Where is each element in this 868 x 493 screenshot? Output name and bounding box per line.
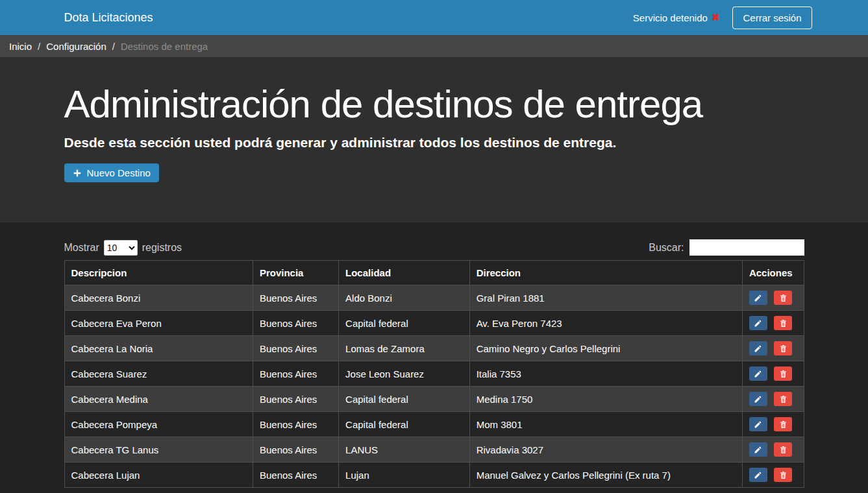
cell-actions xyxy=(742,311,804,336)
new-destination-button-label: Nuevo Destino xyxy=(87,167,151,178)
edit-pencil-icon xyxy=(754,294,762,302)
table-controls: Mostrar 10 registros Buscar: xyxy=(64,239,804,256)
table-body: Cabecera BonziBuenos AiresAldo BonziGral… xyxy=(64,285,804,488)
edit-row-button[interactable] xyxy=(749,442,767,457)
header-descripcion: Descripcion xyxy=(64,261,253,285)
cell-descripcion: Cabecera Bonzi xyxy=(64,285,253,311)
cell-localidad: Lomas de Zamora xyxy=(339,336,470,361)
breadcrumb-separator: / xyxy=(112,41,115,52)
search-input[interactable] xyxy=(689,239,804,256)
edit-pencil-icon xyxy=(754,420,762,429)
page-subtitle: Desde esta sección usted podrá generar y… xyxy=(64,135,804,150)
delete-row-button[interactable] xyxy=(774,442,792,457)
table-row: Cabecera BonziBuenos AiresAldo BonziGral… xyxy=(64,285,804,311)
edit-row-button[interactable] xyxy=(749,341,767,355)
search-label: Buscar: xyxy=(649,242,684,254)
edit-row-button[interactable] xyxy=(749,392,767,406)
edit-pencil-icon xyxy=(754,319,762,328)
table-row: Cabecera LujanBuenos AiresLujanManuel Ga… xyxy=(64,463,804,488)
cell-actions xyxy=(742,336,804,361)
cell-direccion: Av. Eva Peron 7423 xyxy=(469,311,742,336)
edit-row-button[interactable] xyxy=(749,291,767,305)
cell-localidad: Capital federal xyxy=(339,311,470,336)
delete-row-button[interactable] xyxy=(774,341,792,355)
cell-actions xyxy=(742,412,804,437)
edit-row-button[interactable] xyxy=(749,316,767,330)
cell-provincia: Buenos Aires xyxy=(253,311,338,336)
logout-button[interactable]: Cerrar sesión xyxy=(732,6,812,29)
delete-trash-icon xyxy=(779,395,787,403)
cell-descripcion: Cabecera La Noria xyxy=(64,336,253,361)
destinations-table: Descripcion Provincia Localidad Direccio… xyxy=(64,260,804,488)
cell-localidad: Lujan xyxy=(339,463,470,488)
records-label: registros xyxy=(142,242,182,254)
edit-pencil-icon xyxy=(754,471,762,479)
cell-actions xyxy=(742,361,804,387)
breadcrumb: Inicio / Configuración / Destinos de ent… xyxy=(9,41,208,52)
table-row: Cabecera TG LanusBuenos AiresLANUSRivada… xyxy=(64,437,804,463)
cell-descripcion: Cabecera Lujan xyxy=(64,463,253,488)
search-control: Buscar: xyxy=(649,239,804,256)
delete-trash-icon xyxy=(779,471,787,479)
cell-actions xyxy=(742,387,804,412)
delete-row-button[interactable] xyxy=(774,468,792,482)
cell-provincia: Buenos Aires xyxy=(253,387,338,412)
delete-trash-icon xyxy=(779,370,787,378)
cell-direccion: Gral Piran 1881 xyxy=(469,285,742,311)
delete-row-button[interactable] xyxy=(774,417,792,431)
cell-provincia: Buenos Aires xyxy=(253,437,338,463)
cell-descripcion: Cabecera Suarez xyxy=(64,361,253,387)
cell-descripcion: Cabecera Pompeya xyxy=(64,412,253,437)
edit-row-button[interactable] xyxy=(749,367,767,381)
cell-direccion: Manuel Galvez y Carlos Pellegrini (Ex ru… xyxy=(469,463,742,488)
brand-link[interactable]: Dota Licitaciones xyxy=(64,11,153,25)
edit-pencil-icon xyxy=(754,446,762,454)
delete-row-button[interactable] xyxy=(774,392,792,406)
cell-localidad: LANUS xyxy=(339,437,470,463)
breadcrumb-item-configuracion[interactable]: Configuración xyxy=(46,41,106,52)
edit-row-button[interactable] xyxy=(749,468,767,482)
cell-actions xyxy=(742,437,804,463)
header-acciones: Acciones xyxy=(742,261,804,285)
edit-pencil-icon xyxy=(754,344,762,353)
table-row: Cabecera Eva PeronBuenos AiresCapital fe… xyxy=(64,311,804,336)
cell-provincia: Buenos Aires xyxy=(253,361,338,387)
red-x-icon: ✖ xyxy=(712,12,720,23)
main-section: Mostrar 10 registros Buscar: Descripcion… xyxy=(0,222,868,488)
delete-trash-icon xyxy=(779,446,787,454)
table-row: Cabecera MedinaBuenos AiresCapital feder… xyxy=(64,387,804,412)
page-header-jumbotron: Administración de destinos de entrega De… xyxy=(0,57,868,222)
cell-descripcion: Cabecera Eva Peron xyxy=(64,311,253,336)
header-direccion: Direccion xyxy=(469,261,742,285)
navbar-right: Servicio detenido ✖ Cerrar sesión xyxy=(633,6,812,29)
cell-direccion: Mom 3801 xyxy=(469,412,742,437)
cell-direccion: Camino Negro y Carlos Pellegrini xyxy=(469,336,742,361)
cell-direccion: Italia 7353 xyxy=(469,361,742,387)
breadcrumb-bar: Inicio / Configuración / Destinos de ent… xyxy=(0,35,868,57)
top-navbar: Dota Licitaciones Servicio detenido ✖ Ce… xyxy=(0,0,868,35)
service-status-label: Servicio detenido xyxy=(633,12,708,23)
delete-row-button[interactable] xyxy=(774,291,792,305)
table-row: Cabecera PompeyaBuenos AiresCapital fede… xyxy=(64,412,804,437)
breadcrumb-item-inicio[interactable]: Inicio xyxy=(9,41,32,52)
header-provincia: Provincia xyxy=(253,261,338,285)
table-row: Cabecera La NoriaBuenos AiresLomas de Za… xyxy=(64,336,804,361)
table-header-row: Descripcion Provincia Localidad Direccio… xyxy=(64,261,804,285)
page-length-control: Mostrar 10 registros xyxy=(64,240,182,256)
page-length-select[interactable]: 10 xyxy=(104,240,138,256)
cell-localidad: Aldo Bonzi xyxy=(339,285,470,311)
delete-trash-icon xyxy=(779,420,787,429)
plus-icon xyxy=(73,169,82,178)
cell-actions xyxy=(742,285,804,311)
cell-provincia: Buenos Aires xyxy=(253,285,338,311)
delete-row-button[interactable] xyxy=(774,316,792,330)
cell-descripcion: Cabecera TG Lanus xyxy=(64,437,253,463)
service-status: Servicio detenido ✖ xyxy=(633,12,720,23)
new-destination-button[interactable]: Nuevo Destino xyxy=(64,163,159,182)
breadcrumb-item-current: Destinos de entrega xyxy=(121,41,208,52)
delete-row-button[interactable] xyxy=(774,367,792,381)
edit-row-button[interactable] xyxy=(749,417,767,431)
cell-actions xyxy=(742,463,804,488)
cell-localidad: Capital federal xyxy=(339,412,470,437)
cell-localidad: Capital federal xyxy=(339,387,470,412)
